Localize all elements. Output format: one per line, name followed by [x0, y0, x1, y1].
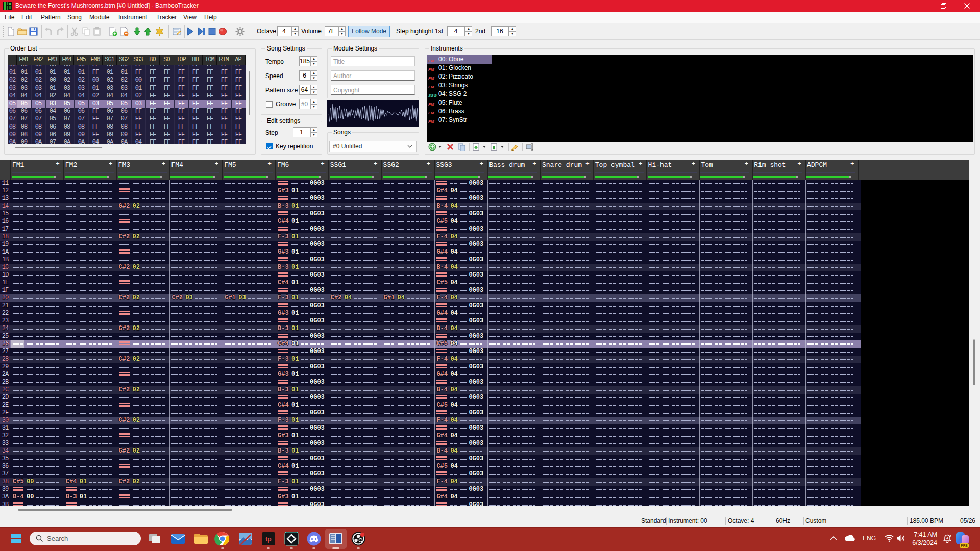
- svg-text:tp: tp: [265, 536, 271, 543]
- svg-text:PRE: PRE: [961, 544, 968, 547]
- svg-text:z: z: [950, 534, 951, 537]
- svg-text:z: z: [946, 536, 948, 539]
